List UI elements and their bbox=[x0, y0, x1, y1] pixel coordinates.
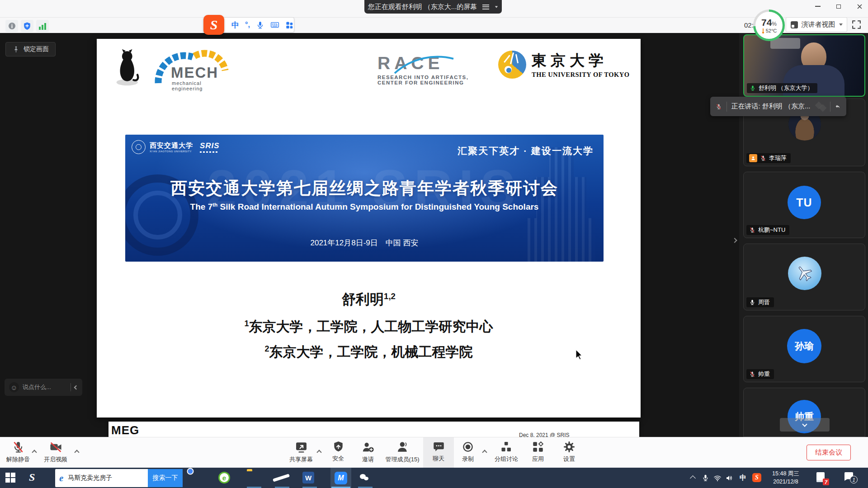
menu-caret-icon bbox=[495, 6, 498, 8]
ime-toolbar[interactable]: S 中 °, bbox=[208, 17, 294, 33]
speaking-text: 正在讲话: 舒利明 （东京... bbox=[731, 102, 810, 111]
author-name: 舒利明1,2 bbox=[97, 290, 641, 309]
ime-toolbox-icon[interactable] bbox=[285, 21, 294, 29]
mic-muted-icon bbox=[716, 102, 722, 111]
participant-label: 帅重 bbox=[746, 369, 774, 379]
word-icon[interactable]: W bbox=[302, 472, 314, 483]
participant-label: 杭鹏~NTU bbox=[746, 225, 789, 235]
tray-expand-chevron[interactable] bbox=[690, 475, 696, 481]
race-subtext-2: CENTER FOR ENGINEERING bbox=[377, 80, 472, 85]
meeting-timer: 02: bbox=[744, 21, 754, 29]
participant-name: 帅重 bbox=[758, 370, 770, 378]
video-tile-participant[interactable]: 帅重 bbox=[743, 388, 865, 437]
pin-icon bbox=[12, 46, 20, 53]
search-engine-icon: e bbox=[59, 473, 63, 484]
settings-button[interactable]: 设置 bbox=[551, 437, 587, 468]
tray-mic-icon[interactable] bbox=[702, 474, 709, 482]
ime-mic-icon[interactable] bbox=[256, 21, 264, 29]
tray-time: 15:48 周三 bbox=[766, 469, 806, 478]
tray-wifi-icon[interactable] bbox=[713, 474, 722, 482]
conference-banner: 2021 SRIS 西安交通大学 XI'AN JIAOTONG UNIVERSI… bbox=[125, 135, 604, 262]
menu-icon[interactable] bbox=[482, 5, 489, 9]
chat-placeholder: 说点什么... bbox=[23, 383, 51, 391]
sris-subtext-graphic bbox=[200, 151, 218, 153]
taskbar-search-box[interactable]: e 马斯克卖光房子 搜索一下 bbox=[55, 469, 183, 487]
search-go-button[interactable]: 搜索一下 bbox=[148, 469, 183, 487]
banner-title-en: The 7th Silk Road International Autumn S… bbox=[125, 202, 604, 212]
video-tile-participant[interactable]: TU 杭鹏~NTU bbox=[743, 172, 865, 238]
next-slide-title: MEG bbox=[111, 423, 139, 437]
notification-badge: 1 bbox=[850, 476, 858, 483]
chat-divider bbox=[71, 383, 71, 391]
record-button[interactable]: 录制 bbox=[450, 437, 486, 468]
end-meeting-button[interactable]: 结束会议 bbox=[807, 445, 851, 460]
tray-date: 2021/12/8 bbox=[766, 478, 806, 486]
notification-center-icon[interactable]: 1 bbox=[844, 472, 853, 481]
meeting-app-icon-active[interactable]: M bbox=[330, 468, 351, 488]
video-tile-participant[interactable]: 孙瑜 帅重 bbox=[743, 316, 865, 382]
minimize-button[interactable] bbox=[809, 0, 826, 13]
apps-button[interactable]: 应用 bbox=[520, 437, 556, 468]
security-shield-button[interactable] bbox=[21, 20, 33, 32]
video-tile-participant[interactable]: 周晋 bbox=[743, 244, 865, 310]
avatar-airplane-photo bbox=[788, 257, 821, 290]
banner-slogan: 汇聚天下英才 · 建设一流大学 bbox=[458, 145, 594, 157]
participant-name: 杭鹏~NTU bbox=[758, 226, 785, 234]
watching-text: 您正在观看舒利明 （东京大...的屏幕 bbox=[368, 3, 477, 11]
video-tile-self[interactable]: 舒利明 （东京大学） bbox=[743, 34, 865, 97]
ime-keyboard-icon[interactable] bbox=[270, 20, 279, 29]
toast-divider bbox=[726, 102, 727, 112]
sogou-taskbar-icon[interactable]: S bbox=[29, 471, 35, 483]
watching-banner[interactable]: 您正在观看舒利明 （东京大...的屏幕 bbox=[364, 0, 502, 14]
start-button[interactable] bbox=[5, 473, 15, 483]
windows-taskbar: S e 马斯克卖光房子 搜索一下 e W M 中 S 15:48 周三 2021… bbox=[0, 468, 868, 488]
maximize-button[interactable] bbox=[830, 0, 847, 13]
avatar-initials: 孙瑜 bbox=[787, 329, 821, 363]
ime-punct-toggle[interactable]: °, bbox=[245, 21, 250, 29]
utokyo-en: THE UNIVERSITY OF TOKYO bbox=[532, 71, 630, 79]
mic-speaking-icon bbox=[750, 85, 756, 91]
tray-document-icon[interactable]: 7 bbox=[816, 472, 825, 482]
chat-collapse-icon[interactable] bbox=[74, 385, 79, 389]
tray-ime-mode[interactable]: 中 bbox=[740, 474, 746, 482]
network-signal-icon[interactable] bbox=[36, 20, 49, 32]
xjtu-seal-icon bbox=[132, 140, 146, 154]
ime-mode-toggle[interactable]: 中 bbox=[231, 20, 239, 30]
unmute-button[interactable]: 解除静音 bbox=[0, 437, 36, 468]
manage-members-button[interactable]: 管理成员(15) bbox=[377, 437, 427, 468]
mic-muted-icon bbox=[760, 155, 766, 161]
view-mode-button[interactable]: 演讲者视图 bbox=[786, 17, 847, 32]
mouse-cursor bbox=[575, 349, 583, 361]
tray-sogou-icon[interactable]: S bbox=[752, 473, 761, 482]
tray-clock[interactable]: 15:48 周三 2021/12/8 bbox=[766, 469, 806, 486]
chat-quick-input[interactable]: ☺ 说点什么... bbox=[5, 379, 82, 396]
close-button[interactable] bbox=[851, 0, 868, 13]
start-video-button[interactable]: 开启视频 bbox=[38, 437, 74, 468]
share-screen-button[interactable]: 共享屏幕 bbox=[283, 437, 319, 468]
speaking-toast[interactable]: 正在讲话: 舒利明 （东京... bbox=[710, 97, 846, 116]
view-mode-caret-icon bbox=[839, 23, 843, 26]
mech-subtext: mechanical engineering bbox=[172, 80, 231, 91]
tray-volume-icon[interactable] bbox=[725, 474, 733, 482]
fullscreen-button[interactable] bbox=[851, 19, 862, 30]
reply-icon[interactable] bbox=[835, 102, 841, 111]
self-name: 舒利明 （东京大学） bbox=[759, 84, 813, 92]
video-options-chevron[interactable] bbox=[74, 450, 79, 455]
pin-view-button[interactable]: 锁定画面 bbox=[5, 42, 56, 56]
shared-screen-stage: 锁定画面 MECH mechanical engineering bbox=[0, 33, 739, 437]
mic-muted-icon bbox=[749, 227, 755, 233]
doc-badge: 7 bbox=[823, 479, 829, 485]
sogou-logo-icon[interactable]: S bbox=[203, 15, 224, 35]
race-subtext-1: RESEARCH INTO ARTIFACTS, bbox=[377, 75, 472, 80]
scroll-more-button[interactable] bbox=[780, 418, 830, 432]
pin-label: 锁定画面 bbox=[24, 45, 49, 53]
next-slide-peek: MEG Dec 8, 2021 @ SRIS bbox=[108, 422, 639, 437]
author-block: 舒利明1,2 1东京大学，工学院，人工物工学研究中心 2东京大学，工学院，机械工… bbox=[97, 290, 641, 361]
header-divider bbox=[0, 17, 868, 18]
thermometer-icon bbox=[761, 28, 765, 34]
search-hot-text[interactable]: 马斯克卖光房子 bbox=[68, 474, 112, 482]
browser-360-icon[interactable]: e bbox=[218, 472, 230, 483]
info-button[interactable] bbox=[5, 20, 18, 32]
mech-logo: MECH mechanical engineering bbox=[152, 47, 231, 90]
emoji-icon[interactable]: ☺ bbox=[9, 382, 19, 392]
